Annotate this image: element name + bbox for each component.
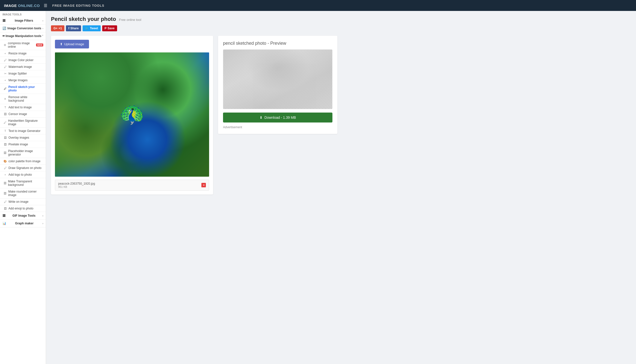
- twitter-label: Tweet: [90, 26, 98, 30]
- sidebar-item-color-palette[interactable]: 🎨color palette from image: [0, 158, 46, 165]
- twitter-icon: 🐦: [85, 26, 89, 30]
- sidebar-item-label-add-text-to-image: Add text to image: [9, 106, 32, 109]
- sketch-preview-image: [223, 50, 332, 109]
- pinterest-icon: P: [105, 26, 107, 30]
- file-info-bar: peacock-2363750_1920.jpg 951 KB ✕: [55, 180, 209, 190]
- sidebar-item-write-on-image[interactable]: 🖊Write on image: [0, 198, 46, 205]
- sidebar-item-label-add-logo: Add logo to photo: [9, 173, 32, 176]
- sidebar-item-label-text-to-image: Text to image Generator: [9, 129, 41, 133]
- download-label: Download - 1.39 MB: [265, 116, 296, 120]
- sidebar-item-label-censor-image: Censor image: [9, 112, 27, 116]
- facebook-button[interactable]: f Share: [66, 25, 81, 31]
- sidebar-item-draw-signature[interactable]: 🖊Draw Signature on photo: [0, 165, 46, 172]
- sidebar-item-label-image-splitter: Image Splitter: [9, 72, 27, 75]
- sidebar-item-image-splitter[interactable]: ✂Image Splitter: [0, 70, 46, 77]
- sidebar-item-label-pixelate-image: Pixelate image: [9, 142, 28, 146]
- item-icon-watermark-image: 🖊: [4, 65, 7, 68]
- sidebar-item-label-rounded-corner: Make rounded corner image: [8, 190, 43, 197]
- item-icon-draw-signature: 🖊: [4, 166, 7, 170]
- sidebar-item-label-placeholder-image: Placeholder image generator: [8, 149, 43, 156]
- pinterest-label: Save: [108, 26, 115, 30]
- item-icon-merge-images: +: [4, 79, 7, 82]
- menu-icon[interactable]: ☰: [44, 3, 47, 8]
- preview-title: pencil sketched photo - Preview: [223, 41, 332, 46]
- chevron-right-icon-3: ›: [43, 214, 43, 217]
- item-icon-pencil-sketch: 🖊: [4, 87, 7, 90]
- sidebar-group-image-conversion[interactable]: 🔄 Image Conversion tools ›: [0, 24, 46, 32]
- sidebar-item-overlay-images[interactable]: 🖼Overlay images: [0, 134, 46, 141]
- upload-button[interactable]: ⬆ Upload image: [55, 40, 89, 48]
- sidebar-item-add-text-to-image[interactable]: TAdd text to image: [0, 104, 46, 111]
- item-icon-color-palette: 🎨: [4, 160, 7, 163]
- item-icon-image-splitter: ✂: [4, 72, 7, 75]
- image-filters-label: Image Filters: [15, 19, 33, 22]
- sidebar-item-censor-image[interactable]: 🖼Censor image: [0, 111, 46, 118]
- sidebar-item-label-compress-image: compress image online: [8, 42, 34, 48]
- gplus-label: +1: [59, 26, 62, 30]
- sidebar-item-remove-white-bg[interactable]: ✕Remove white background: [0, 94, 46, 104]
- sidebar-item-make-transparent[interactable]: 🖼Make Transparent background: [0, 178, 46, 188]
- sidebar-item-compress-image[interactable]: ⚙compress image onlineNEW: [0, 40, 46, 50]
- graph-icon: 📊: [3, 222, 6, 225]
- pinterest-button[interactable]: P Save: [102, 25, 117, 31]
- chevron-right-icon-2: ›: [43, 27, 43, 30]
- badge-new-compress-image: NEW: [36, 44, 43, 46]
- pencil-icon: ✏: [3, 34, 5, 38]
- item-icon-add-emoji: 🖼: [4, 207, 7, 210]
- sidebar-item-pencil-sketch[interactable]: 🖊Pencil sketch your photo: [0, 84, 46, 94]
- sidebar-item-text-to-image[interactable]: TText to image Generator: [0, 128, 46, 134]
- logo-bold: IMAGE: [4, 4, 17, 8]
- sidebar-group-image-filters[interactable]: 🖼 Image Filters ›: [0, 17, 46, 24]
- item-icon-overlay-images: 🖼: [4, 136, 7, 139]
- twitter-button[interactable]: 🐦 Tweet: [83, 25, 101, 31]
- item-icon-text-to-image: T: [4, 130, 7, 132]
- sidebar-item-pixelate-image[interactable]: 🖼Pixelate image: [0, 141, 46, 148]
- sketch-preview-container: [223, 50, 332, 109]
- file-info-details: peacock-2363750_1920.jpg 951 KB: [58, 182, 95, 188]
- graph-maker-label: Graph maker: [15, 222, 34, 225]
- chevron-right-icon-4: ›: [43, 222, 43, 225]
- chevron-down-icon: ˅: [42, 35, 43, 38]
- sidebar-item-handwritten-signature[interactable]: 🖊Handwritten Signature image: [0, 118, 46, 128]
- sidebar-item-placeholder-image[interactable]: 🖼Placeholder image generator: [0, 148, 46, 158]
- gif-tools-label: GIF Image Tools: [13, 214, 35, 218]
- upload-content-area: ⬆ Upload image peacock-2363750_1920.jpg …: [51, 36, 213, 194]
- image-conversion-icon: 🔄: [3, 26, 6, 30]
- upload-label: Upload image: [64, 42, 84, 46]
- gplus-button[interactable]: G+ +1: [51, 25, 64, 31]
- page-title: Pencil sketch your photo: [51, 16, 116, 22]
- sidebar-group-graph-maker[interactable]: 📊 Graph maker ›: [0, 220, 46, 227]
- sidebar-item-rounded-corner[interactable]: 🖼Make rounded corner image: [0, 188, 46, 198]
- app-logo: IMAGE ONLINE.CO: [4, 4, 40, 8]
- download-button[interactable]: ⬇ Download - 1.39 MB: [223, 112, 332, 122]
- preview-panel: pencil sketched photo - Preview ⬇ Downlo…: [218, 36, 337, 134]
- sidebar-item-merge-images[interactable]: +Merge Images: [0, 77, 46, 84]
- page-subtitle: Free online tool: [119, 18, 142, 22]
- sidebar-item-label-handwritten-signature: Handwritten Signature image: [8, 119, 43, 126]
- item-icon-resize-image: +: [4, 52, 7, 55]
- sidebar-group-gif-tools[interactable]: 🖼 GIF Image Tools ›: [0, 212, 46, 220]
- sidebar-item-watermark-image[interactable]: 🖊Watermark image: [0, 64, 46, 70]
- sidebar-item-add-emoji[interactable]: 🖼Add emoji to photo: [0, 205, 46, 212]
- gif-icon: 🖼: [3, 214, 6, 218]
- facebook-icon: f: [68, 26, 69, 30]
- file-close-button[interactable]: ✕: [201, 183, 206, 187]
- sidebar-item-label-remove-white-bg: Remove white background: [9, 96, 43, 102]
- sidebar-item-resize-image[interactable]: +Resize image: [0, 50, 46, 57]
- chevron-right-icon: ›: [43, 20, 43, 22]
- sidebar-group-image-manipulation[interactable]: ✏ Image Manipulation tools ˅: [0, 32, 46, 40]
- logo-light: ONLINE.CO: [17, 4, 40, 8]
- image-conversion-label: Image Conversion tools: [8, 26, 41, 30]
- sidebar-item-label-watermark-image: Watermark image: [9, 65, 32, 68]
- sidebar-item-label-merge-images: Merge Images: [9, 78, 28, 82]
- file-name: peacock-2363750_1920.jpg: [58, 182, 95, 185]
- facebook-label: Share: [70, 26, 79, 30]
- gplus-icon: G+: [54, 26, 58, 30]
- item-icon-make-transparent: 🖼: [4, 182, 7, 184]
- sidebar-item-add-logo[interactable]: +Add logo to photo: [0, 172, 46, 178]
- item-icon-image-color-picker: 🖊: [4, 59, 7, 62]
- sidebar-item-image-color-picker[interactable]: 🖊Image Color picker: [0, 57, 46, 64]
- file-size: 951 KB: [58, 185, 95, 188]
- social-buttons-row: G+ +1 f Share 🐦 Tweet P Save: [51, 25, 631, 31]
- download-icon: ⬇: [260, 116, 263, 120]
